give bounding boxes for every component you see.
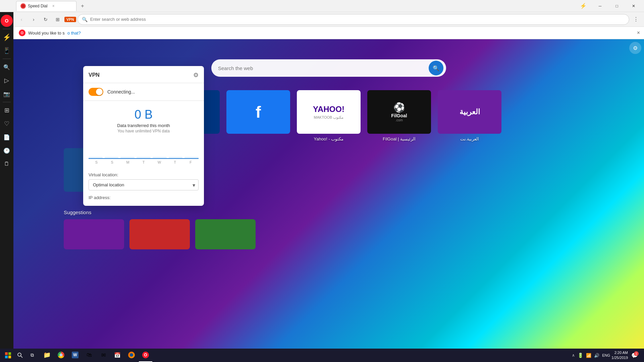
top-right-settings-button[interactable]: ⚙	[629, 42, 641, 54]
personal-news-icon[interactable]: 🗒	[1, 158, 13, 170]
new-tab-button[interactable]: +	[78, 1, 87, 11]
notification-text: Would you like to s	[28, 31, 65, 36]
address-input[interactable]	[90, 17, 625, 22]
browser-window: O ⚡ 📱 🔍 ▷ 📷 ⊞ ♡ 📄 🕐 🗒 Speed Dial × + ⚡	[0, 0, 644, 362]
vpn-settings-icon[interactable]: ⚙	[193, 71, 199, 79]
speed-dial-item-yahoo[interactable]: YAHOO! MAKTOOB مكتوب Yahoo! - مكتوب	[297, 90, 361, 141]
chevron-up-icon[interactable]: ∧	[572, 353, 575, 358]
notification-close-button[interactable]: ×	[637, 30, 640, 36]
minimize-button[interactable]: ─	[592, 0, 608, 12]
battery-icon[interactable]: 🔋	[578, 353, 583, 358]
vpn-toggle-switch[interactable]	[89, 88, 103, 96]
file-explorer-icon: 📁	[43, 351, 51, 359]
taskbar-app-taskview[interactable]: ⧉	[25, 349, 39, 362]
taskbar-app-store[interactable]: 🛍	[83, 349, 96, 362]
chart-bar-container	[89, 139, 199, 159]
vpn-popup-header: VPN ⚙	[83, 66, 204, 83]
suggestion-tile-2[interactable]	[129, 219, 190, 249]
bookmarks-icon[interactable]: ♡	[1, 118, 13, 130]
taskbar-start-button[interactable]	[1, 349, 15, 362]
search-icon[interactable]: 🔍	[1, 61, 13, 73]
news-icon[interactable]: 📄	[1, 131, 13, 143]
taskbar-app-opera[interactable]: O	[139, 349, 152, 362]
search-address-icon: 🔍	[82, 17, 88, 22]
chart-day-0: S	[89, 160, 104, 164]
flow-icon[interactable]: ▷	[1, 74, 13, 86]
speed-dial-item-facebook[interactable]: f	[226, 90, 290, 141]
taskbar-search-icon	[17, 353, 23, 358]
opera-logo-icon[interactable]: O	[1, 15, 13, 27]
nav-bar: ‹ › ↻ ⊞ VPN 🔍 ⋮	[0, 12, 644, 27]
whatsapp-icon[interactable]: 📱	[1, 45, 13, 57]
chart-bar-0	[89, 157, 103, 158]
sidebar-divider-3	[3, 102, 11, 102]
taskbar-time-value: 2:20 AM	[611, 350, 628, 355]
vpn-badge[interactable]: VPN	[64, 17, 76, 22]
taskbar-app-word[interactable]: W	[68, 349, 82, 362]
title-bar: Speed Dial × + ⚡ ─ □ ✕	[0, 0, 644, 12]
location-select-wrapper[interactable]: Optimal location Americas Europe Asia ▾	[89, 179, 199, 190]
taskbar-system-tray: ∧ 🔋 📶 🔊 ENG 2:20 AM 1/25/2019 💬 1	[572, 350, 643, 361]
volume-icon[interactable]: 🔊	[594, 353, 599, 358]
speed-dial-nav-button[interactable]: ⊞	[52, 14, 63, 25]
stash-button[interactable]: ⚡	[576, 0, 591, 12]
yahoo-sub-logo: MAKTOOB مكتوب	[314, 115, 344, 120]
taskbar-notification-button[interactable]: 💬 1	[629, 350, 640, 361]
lang-label[interactable]: ENG	[602, 353, 610, 357]
speed-dial-item-alarabiya[interactable]: العربية العربية.نت	[438, 90, 501, 141]
chart-bar-2	[120, 157, 135, 158]
notif-opera-logo: O	[19, 29, 25, 36]
suggestion-tile-1[interactable]	[64, 219, 124, 249]
notification-badge: 1	[634, 351, 639, 356]
settings-nav-button[interactable]: ⋮	[631, 14, 641, 25]
speed-dial-item-filgoal[interactable]: ⚽ FilGoal .com FilGoal | الرئيسية	[367, 90, 431, 141]
close-button[interactable]: ✕	[626, 0, 641, 12]
tab-close-icon[interactable]: ×	[52, 4, 55, 8]
history-icon[interactable]: 🕐	[1, 144, 13, 157]
suggestion-tile-3[interactable]	[195, 219, 256, 249]
taskbar-app-fileexplorer[interactable]: 📁	[40, 349, 54, 362]
messenger-icon[interactable]: ⚡	[1, 31, 13, 43]
taskbar-app-firefox[interactable]	[125, 349, 138, 362]
browser-sidebar: O ⚡ 📱 🔍 ▷ 📷 ⊞ ♡ 📄 🕐 🗒	[0, 12, 13, 362]
reload-button[interactable]: ↻	[40, 14, 51, 25]
chart-day-3: T	[136, 160, 152, 164]
mail-icon: ✉	[101, 352, 106, 358]
tab-title: Speed Dial	[28, 4, 48, 8]
active-tab[interactable]: Speed Dial ×	[16, 1, 76, 11]
notification-bar: O Would you like to s o that? ×	[13, 27, 644, 39]
address-bar[interactable]: 🔍	[77, 14, 629, 25]
vpn-toggle-row: Connecting...	[83, 83, 204, 101]
taskbar-clock[interactable]: 2:20 AM 1/25/2019	[611, 350, 628, 361]
location-select[interactable]: Optimal location Americas Europe Asia	[89, 179, 199, 190]
speed-dial-search-input[interactable]	[218, 65, 429, 71]
speed-dial-icon[interactable]: ⊞	[1, 104, 13, 116]
opera-taskbar-icon: O	[142, 352, 149, 358]
filgoal-label: FilGoal | الرئيسية	[383, 136, 416, 141]
taskbar-search-button[interactable]	[15, 350, 25, 361]
svg-rect-1	[8, 352, 11, 355]
chart-day-5: T	[167, 160, 183, 164]
main-content: ⚙ 🔍 B	[13, 39, 644, 362]
speed-dial-search-bar[interactable]: 🔍	[211, 59, 446, 77]
vpn-data-amount: 0 B	[89, 108, 199, 122]
taskbar-app-mail[interactable]: ✉	[97, 349, 110, 362]
maximize-button[interactable]: □	[609, 0, 625, 12]
taskbar-app-calendar[interactable]: 📅	[111, 349, 124, 362]
vpn-data-label: Data transferred this month	[89, 123, 199, 128]
snapshot-icon[interactable]: 📷	[1, 88, 13, 100]
wifi-icon[interactable]: 📶	[586, 353, 591, 358]
speed-dial-search-button[interactable]: 🔍	[429, 61, 443, 75]
suggestions-label: Suggestions	[64, 209, 604, 215]
taskbar-app-chrome[interactable]	[54, 349, 68, 362]
title-bar-controls: ⚡ ─ □ ✕	[576, 0, 641, 12]
back-button[interactable]: ‹	[16, 14, 27, 25]
alarabiya-logo: العربية	[460, 108, 480, 116]
chart-day-1: S	[104, 160, 120, 164]
notification-link[interactable]: o that?	[67, 31, 81, 36]
svg-rect-2	[5, 356, 8, 358]
vpn-popup: VPN ⚙ Connecting... 0 B Data transferred…	[83, 66, 204, 206]
taskbar-date-value: 1/25/2019	[611, 355, 628, 360]
vpn-data-sublabel: You have unlimited VPN data	[89, 129, 199, 133]
forward-button[interactable]: ›	[28, 14, 39, 25]
